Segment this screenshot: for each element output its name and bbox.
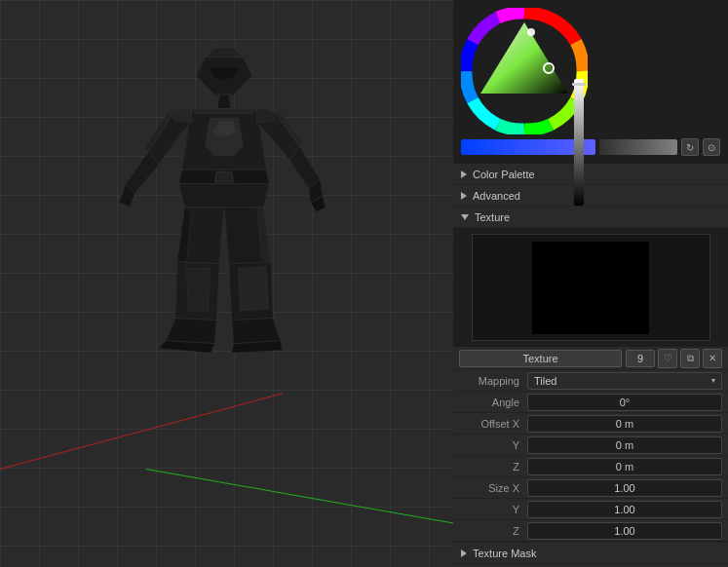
color-wheel[interactable] [461, 8, 588, 134]
svg-point-37 [527, 28, 535, 36]
eyedropper-button[interactable]: ⊙ [703, 138, 720, 156]
value-indicator [572, 83, 586, 86]
advanced-collapse-icon [461, 192, 467, 200]
color-palette-collapse-icon [461, 170, 467, 178]
size-z-label: Z [459, 525, 527, 537]
mapping-dropdown[interactable]: Tiled ▾ [527, 372, 722, 390]
offset-x-value[interactable]: 0 m [527, 415, 722, 433]
svg-marker-14 [126, 151, 159, 193]
texture-mask-section[interactable]: Texture Mask [453, 543, 728, 564]
texture-preview[interactable] [472, 234, 710, 341]
character-model [19, 19, 429, 546]
advanced-section[interactable]: Advanced [453, 185, 728, 207]
color-sliders-row: ↻ ⊙ [461, 138, 720, 156]
offset-y-label: Y [459, 439, 527, 451]
offset-z-row: Z 0 m [453, 456, 728, 477]
refresh-color-button[interactable]: ↻ [681, 138, 699, 156]
mapping-row: Mapping Tiled ▾ [453, 370, 728, 392]
size-y-label: Y [459, 504, 527, 515]
size-x-value[interactable]: 1.00 [527, 479, 722, 497]
size-y-row: Y 1.00 [453, 499, 728, 520]
angle-label: Angle [459, 397, 527, 408]
mapping-label: Mapping [459, 375, 527, 387]
texture-collapse-icon [461, 214, 469, 220]
svg-marker-1 [206, 48, 244, 57]
texture-mask-label: Texture Mask [473, 548, 536, 559]
texture-preview-black [532, 242, 649, 334]
texture-preview-area [453, 228, 728, 347]
color-palette-label: Color Palette [473, 169, 535, 180]
svg-marker-6 [191, 109, 257, 114]
texture-number[interactable]: 9 [626, 350, 655, 367]
offset-x-label: Offset X [459, 418, 527, 430]
texture-close-button[interactable]: ✕ [703, 349, 722, 368]
svg-marker-28 [238, 267, 268, 311]
offset-y-value[interactable]: 0 m [527, 436, 722, 454]
offset-x-row: Offset X 0 m [453, 413, 728, 435]
size-y-value[interactable]: 1.00 [527, 501, 722, 518]
angle-row: Angle 0° [453, 392, 728, 413]
advanced-label: Advanced [473, 190, 520, 202]
svg-marker-36 [480, 22, 568, 94]
size-x-label: Size X [459, 482, 527, 494]
svg-marker-26 [186, 269, 210, 311]
size-z-value[interactable]: 1.00 [527, 522, 722, 540]
offset-z-value[interactable]: 0 m [527, 458, 722, 475]
properties-panel: ↻ ⊙ Color Palette Advanced Texture Textu… [453, 0, 728, 567]
size-z-row: Z 1.00 [453, 520, 728, 542]
texture-mask-collapse-icon [461, 549, 467, 557]
offset-y-row: Y 0 m [453, 435, 728, 456]
3d-viewport[interactable] [0, 0, 453, 567]
color-wheel-section: ↻ ⊙ [453, 0, 728, 164]
bottom-sections: Texture Mask Stroke [453, 542, 728, 567]
angle-value[interactable]: 0° [527, 394, 722, 411]
mapping-value: Tiled [534, 375, 556, 387]
offset-z-label: Z [459, 461, 527, 472]
svg-marker-29 [166, 319, 216, 344]
texture-name-button[interactable]: Texture [459, 350, 622, 367]
svg-marker-10 [214, 171, 233, 182]
color-palette-section[interactable]: Color Palette [453, 164, 728, 185]
texture-section-header[interactable]: Texture [453, 207, 728, 228]
svg-marker-11 [179, 184, 270, 208]
texture-header-label: Texture [475, 211, 510, 223]
texture-copy-button[interactable]: ⧉ [680, 349, 700, 368]
color-wheel-wrapper [461, 8, 720, 134]
svg-marker-31 [232, 319, 281, 344]
svg-marker-4 [217, 94, 231, 108]
secondary-slider[interactable] [599, 139, 677, 155]
svg-marker-2 [211, 43, 239, 48]
value-bar[interactable] [574, 79, 584, 206]
size-x-row: Size X 1.00 [453, 477, 728, 499]
mapping-dropdown-arrow: ▾ [711, 376, 715, 385]
texture-favorite-button[interactable]: ♡ [658, 349, 677, 368]
texture-controls-row: Texture 9 ♡ ⧉ ✕ [453, 347, 728, 370]
